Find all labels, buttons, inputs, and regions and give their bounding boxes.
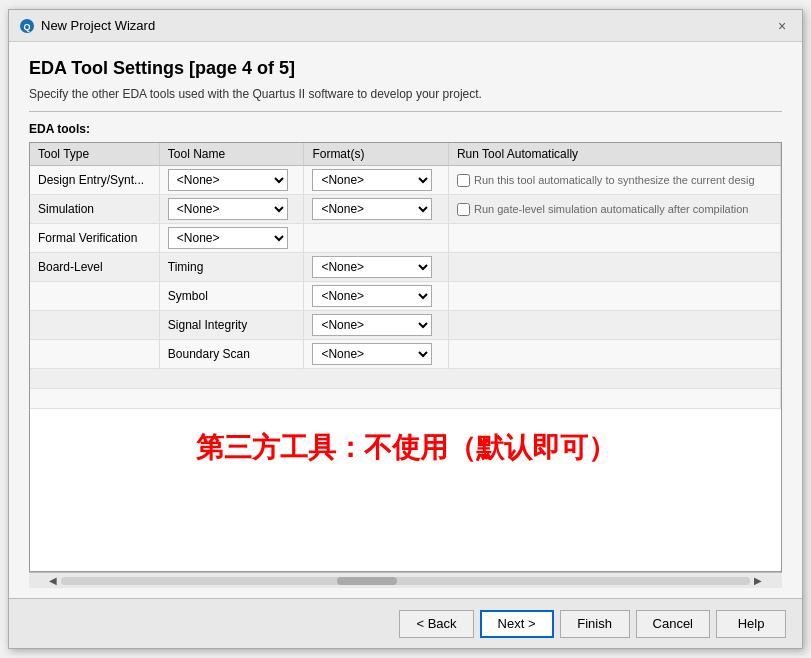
col-formats: Format(s): [304, 143, 449, 166]
run-auto-timing: [448, 253, 780, 282]
tool-type-board-level: Board-Level: [30, 253, 159, 282]
dialog-title: New Project Wizard: [41, 18, 155, 33]
run-auto-cell-simulation: Run gate-level simulation automatically …: [457, 203, 772, 216]
table-row: Formal Verification <None>: [30, 224, 781, 253]
table-header-row: Tool Type Tool Name Format(s) Run Tool A…: [30, 143, 781, 166]
table-row: Board-Level Timing <None>: [30, 253, 781, 282]
scrollbar-track[interactable]: [61, 577, 750, 585]
eda-tools-table: Tool Type Tool Name Format(s) Run Tool A…: [30, 143, 781, 409]
titlebar-left: Q New Project Wizard: [19, 18, 155, 34]
separator: [29, 111, 782, 112]
col-run-auto: Run Tool Automatically: [448, 143, 780, 166]
tool-name-signal-integrity: Signal Integrity: [159, 311, 304, 340]
col-tool-type: Tool Type: [30, 143, 159, 166]
formats-formal: [304, 224, 449, 253]
wizard-icon: Q: [19, 18, 35, 34]
col-tool-name: Tool Name: [159, 143, 304, 166]
footer: < Back Next > Finish Cancel Help: [9, 598, 802, 648]
run-auto-signal-integrity: [448, 311, 780, 340]
horizontal-scrollbar[interactable]: ◀ ▶: [29, 572, 782, 588]
formats-select-simulation[interactable]: <None>: [312, 198, 432, 220]
tool-type-simulation: Simulation: [30, 195, 159, 224]
formats-select-symbol[interactable]: <None>: [312, 285, 432, 307]
help-button[interactable]: Help: [716, 610, 786, 638]
next-button[interactable]: Next >: [480, 610, 554, 638]
run-auto-text-design-entry: Run this tool automatically to synthesiz…: [474, 174, 755, 186]
run-auto-boundary-scan: [448, 340, 780, 369]
eda-tools-label: EDA tools:: [29, 122, 782, 136]
formats-select-timing[interactable]: <None>: [312, 256, 432, 278]
page-title: EDA Tool Settings [page 4 of 5]: [29, 58, 782, 79]
tool-type-design-entry: Design Entry/Synt...: [30, 166, 159, 195]
formats-symbol[interactable]: <None>: [304, 282, 449, 311]
tool-name-select-formal[interactable]: <None>: [168, 227, 288, 249]
tool-name-formal[interactable]: <None>: [159, 224, 304, 253]
tool-name-select-design-entry[interactable]: <None>: [168, 169, 288, 191]
scrollbar-thumb[interactable]: [337, 577, 397, 585]
tool-name-boundary-scan: Boundary Scan: [159, 340, 304, 369]
formats-select-boundary-scan[interactable]: <None>: [312, 343, 432, 365]
page-description: Specify the other EDA tools used with th…: [29, 87, 782, 101]
tool-type-empty-3: [30, 340, 159, 369]
table-row: Signal Integrity <None>: [30, 311, 781, 340]
run-auto-checkbox-design-entry[interactable]: [457, 174, 470, 187]
svg-text:Q: Q: [23, 22, 30, 32]
tool-type-formal: Formal Verification: [30, 224, 159, 253]
run-auto-text-simulation: Run gate-level simulation automatically …: [474, 203, 749, 215]
titlebar: Q New Project Wizard ×: [9, 10, 802, 42]
eda-tools-table-container: Tool Type Tool Name Format(s) Run Tool A…: [29, 142, 782, 572]
close-button[interactable]: ×: [772, 16, 792, 36]
annotation-text: 第三方工具：不使用（默认即可）: [30, 409, 781, 477]
empty-row-1: [30, 369, 781, 389]
formats-boundary-scan[interactable]: <None>: [304, 340, 449, 369]
table-row: Design Entry/Synt... <None> <None>: [30, 166, 781, 195]
finish-button[interactable]: Finish: [560, 610, 630, 638]
tool-name-timing: Timing: [159, 253, 304, 282]
tool-name-symbol: Symbol: [159, 282, 304, 311]
cancel-button[interactable]: Cancel: [636, 610, 710, 638]
formats-design-entry[interactable]: <None>: [304, 166, 449, 195]
run-auto-simulation: Run gate-level simulation automatically …: [448, 195, 780, 224]
formats-timing[interactable]: <None>: [304, 253, 449, 282]
scroll-left-arrow[interactable]: ◀: [45, 575, 61, 586]
main-content: EDA Tool Settings [page 4 of 5] Specify …: [9, 42, 802, 598]
tool-name-simulation[interactable]: <None>: [159, 195, 304, 224]
tool-name-design-entry[interactable]: <None>: [159, 166, 304, 195]
run-auto-symbol: [448, 282, 780, 311]
tool-name-select-simulation[interactable]: <None>: [168, 198, 288, 220]
formats-select-signal-integrity[interactable]: <None>: [312, 314, 432, 336]
run-auto-design-entry: Run this tool automatically to synthesiz…: [448, 166, 780, 195]
run-auto-checkbox-simulation[interactable]: [457, 203, 470, 216]
table-row: Symbol <None>: [30, 282, 781, 311]
tool-type-empty-1: [30, 282, 159, 311]
empty-row-2: [30, 389, 781, 409]
formats-select-design-entry[interactable]: <None>: [312, 169, 432, 191]
run-auto-formal: [448, 224, 780, 253]
table-row: Simulation <None> <None>: [30, 195, 781, 224]
run-auto-cell-design-entry: Run this tool automatically to synthesiz…: [457, 174, 772, 187]
table-row: Boundary Scan <None>: [30, 340, 781, 369]
dialog-window: Q New Project Wizard × EDA Tool Settings…: [8, 9, 803, 649]
formats-signal-integrity[interactable]: <None>: [304, 311, 449, 340]
scroll-right-arrow[interactable]: ▶: [750, 575, 766, 586]
formats-simulation[interactable]: <None>: [304, 195, 449, 224]
tool-type-empty-2: [30, 311, 159, 340]
back-button[interactable]: < Back: [399, 610, 473, 638]
